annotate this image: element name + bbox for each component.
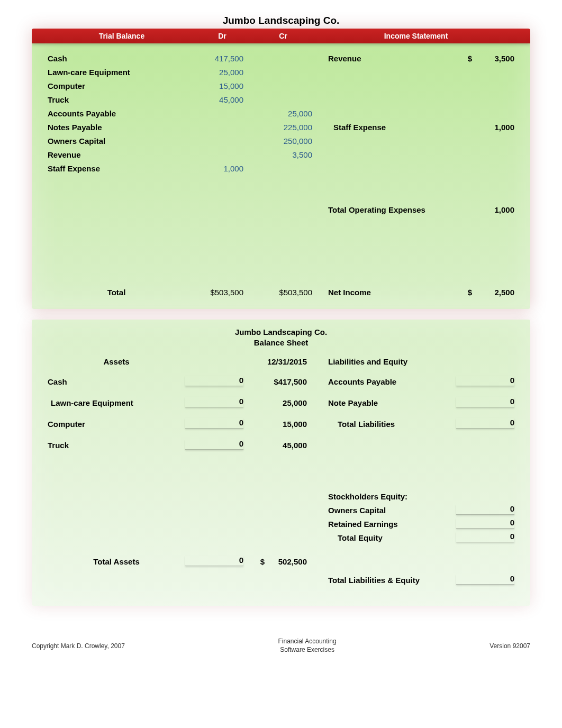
tb-acct: Cash — [48, 52, 185, 66]
footer-title: Financial Accounting Software Exercises — [278, 638, 337, 654]
bs-equity-input[interactable]: 0 — [456, 518, 514, 529]
is-revenue-label: Revenue — [328, 52, 456, 66]
bs-liab-row: Note Payable 0 — [328, 397, 514, 407]
bs-total-le-input[interactable]: 0 — [456, 574, 514, 585]
is-toe-label: Total Operating Expenses — [328, 203, 456, 217]
bs-asset-input[interactable]: 0 — [185, 376, 243, 386]
bs-equity-header: Stockholders Equity: — [328, 492, 456, 501]
header-cr: Cr — [249, 32, 318, 40]
tb-row: Lawn-care Equipment25,000 — [48, 66, 318, 79]
bs-equity-input[interactable]: 0 — [456, 504, 514, 515]
bs-title: Jumbo Landscaping Co. Balance Sheet — [48, 327, 514, 348]
bs-asset-input[interactable]: 0 — [185, 439, 243, 450]
header-dr: Dr — [196, 32, 249, 40]
tb-row: Accounts Payable25,000 — [48, 107, 318, 121]
bs-asset-label: Cash — [48, 377, 185, 386]
bs-liab-input[interactable]: 0 — [456, 397, 514, 407]
bs-asset-input[interactable]: 0 — [185, 418, 243, 429]
bs-asset-input[interactable]: 0 — [185, 397, 243, 407]
header-income-statement: Income Statement — [318, 32, 514, 40]
bs-total-assets-row: Total Assets 0 $ 502,500 — [48, 556, 318, 566]
tb-row: Revenue3,500 — [48, 148, 318, 162]
bs-equity-row: Retained Earnings 0 — [328, 518, 514, 529]
tb-row: Computer15,000 — [48, 79, 318, 93]
tb-total-cr: $503,500 — [254, 286, 312, 299]
top-sheet: Trial Balance Dr Cr Income Statement Cas… — [32, 29, 530, 309]
header-trial-balance: Trial Balance — [48, 32, 196, 40]
trial-balance-column: Cash417,500 Lawn-care Equipment25,000 Co… — [48, 52, 318, 299]
bs-asset-row: Cash 0 $417,500 — [48, 376, 318, 386]
bs-equity-row: Owners Capital 0 — [328, 504, 514, 515]
tb-row: Notes Payable225,000 — [48, 121, 318, 134]
footer: Copyright Mark D. Crowley, 2007 Financia… — [0, 638, 562, 675]
is-revenue-row: Revenue $ 3,500 — [328, 52, 514, 66]
is-staff-expense-label: Staff Expense — [328, 121, 456, 134]
bs-total-assets-label: Total Assets — [48, 557, 185, 566]
bs-liab-input[interactable]: 0 — [456, 418, 514, 429]
bs-total-le-label: Total Liabilities & Equity — [328, 576, 456, 585]
footer-version: Version 92007 — [490, 642, 530, 650]
bs-assets-header: Assets — [48, 357, 185, 366]
is-toe-value: 1,000 — [472, 203, 514, 217]
bs-asset-row: Computer 0 15,000 — [48, 418, 318, 429]
tb-row: Truck45,000 — [48, 93, 318, 107]
tb-row: Cash417,500 — [48, 52, 318, 66]
balance-sheet: Jumbo Landscaping Co. Balance Sheet Asse… — [32, 320, 530, 606]
bs-liab-header: Liabilities and Equity — [328, 357, 456, 366]
is-staff-expense-value: 1,000 — [472, 121, 514, 134]
bs-equity-header-row: Stockholders Equity: — [328, 492, 514, 501]
bs-total-assets-value: 502,500 — [265, 557, 307, 566]
bs-asset-row: Truck 0 45,000 — [48, 439, 318, 450]
income-statement-column: Revenue $ 3,500 Staff Expense 1,000 Tota… — [318, 52, 514, 299]
is-net-income-label: Net Income — [328, 286, 456, 299]
is-toe-row: Total Operating Expenses 1,000 — [328, 203, 514, 217]
dollar-sign: $ — [456, 286, 472, 299]
bs-equity-row: Total Equity 0 — [328, 532, 514, 542]
tb-total-dr: $503,500 — [185, 286, 243, 299]
bs-equity-input[interactable]: 0 — [456, 532, 514, 542]
bs-title-company: Jumbo Landscaping Co. — [235, 327, 327, 336]
bs-date: 12/31/2015 — [243, 357, 307, 366]
bs-liab-row: Total Liabilities 0 — [328, 418, 514, 429]
bs-total-assets-input[interactable]: 0 — [185, 556, 243, 566]
bs-asset-value: $417,500 — [243, 377, 307, 386]
is-net-income-row: Net Income $ 2,500 — [328, 286, 514, 299]
dollar-sign: $ — [249, 557, 265, 566]
bs-title-label: Balance Sheet — [254, 338, 309, 347]
bs-liabilities-column: Liabilities and Equity Accounts Payable … — [318, 357, 514, 595]
tb-total-label: Total — [48, 286, 185, 299]
bs-liab-input[interactable]: 0 — [456, 376, 514, 386]
is-staff-expense-row: Staff Expense 1,000 — [328, 121, 514, 134]
is-revenue-value: 3,500 — [472, 52, 514, 66]
tb-cr — [254, 52, 312, 66]
dollar-sign: $ — [456, 52, 472, 66]
tb-row: Staff Expense1,000 — [48, 162, 318, 176]
tb-row: Owners Capital250,000 — [48, 134, 318, 148]
header-bar: Trial Balance Dr Cr Income Statement — [32, 29, 530, 43]
footer-copyright: Copyright Mark D. Crowley, 2007 — [32, 642, 125, 650]
company-title: Jumbo Landscaping Co. — [0, 15, 562, 26]
is-net-income-value: 2,500 — [472, 286, 514, 299]
bs-liab-row: Accounts Payable 0 — [328, 376, 514, 386]
bs-total-le-row: Total Liabilities & Equity 0 — [328, 574, 514, 585]
tb-total-row: Total $503,500 $503,500 — [48, 286, 318, 299]
bs-assets-column: Assets 12/31/2015 Cash 0 $417,500 Lawn-c… — [48, 357, 318, 595]
bs-asset-row: Lawn-care Equipment 0 25,000 — [48, 397, 318, 407]
tb-dr: 417,500 — [185, 52, 243, 66]
